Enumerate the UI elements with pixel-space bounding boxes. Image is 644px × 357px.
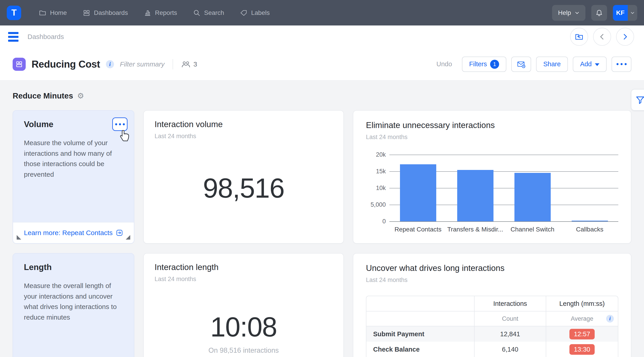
add-button[interactable]: Add: [573, 56, 606, 72]
drivers-table: Interactions Length (mm:ss) Count Averag…: [366, 296, 618, 357]
schedule-email-button[interactable]: [511, 56, 531, 72]
nav-item-label: Home: [50, 9, 67, 16]
menu-toggle-icon[interactable]: [8, 32, 18, 42]
y-tick: 15k: [376, 168, 386, 175]
metric-value: 10:08: [210, 311, 277, 343]
column-header[interactable]: Length (mm:ss): [546, 296, 618, 311]
users-icon: [181, 60, 191, 69]
metric-value: 98,516: [203, 172, 284, 204]
shared-users[interactable]: 3: [181, 60, 197, 69]
filters-button[interactable]: Filters 1: [462, 56, 506, 72]
caret-down-icon: [595, 63, 600, 66]
chevron-down-icon: [574, 10, 580, 15]
avatar: KF: [613, 5, 628, 21]
divider: [172, 59, 173, 70]
breadcrumb[interactable]: Dashboards: [28, 33, 64, 40]
bar-repeat-contacts[interactable]: [400, 164, 436, 221]
share-button[interactable]: Share: [536, 56, 568, 72]
help-button[interactable]: Help: [552, 5, 586, 21]
nav-item-labels[interactable]: Labels: [240, 9, 270, 17]
card-subtitle: Last 24 months: [154, 133, 332, 140]
resize-handle[interactable]: [17, 235, 21, 240]
nav-item-home[interactable]: Home: [39, 9, 67, 17]
interaction-volume-card: Interaction volume Last 24 months 98,516: [143, 110, 344, 244]
bar-transfers[interactable]: [457, 170, 494, 221]
bar-chart-icon: [144, 9, 152, 17]
nav-item-label: Reports: [155, 9, 177, 16]
undo-button[interactable]: Undo: [436, 60, 452, 68]
dashboard-content: Reduce Minutes ⚙ Volume Measure the volu…: [0, 80, 644, 357]
subcolumn-header[interactable]: Count: [474, 312, 546, 326]
chevron-down-icon: [628, 5, 637, 21]
card-title: Length: [24, 262, 123, 272]
notifications-button[interactable]: [591, 5, 607, 21]
breadcrumb-bar: Dashboards: [0, 26, 644, 48]
learn-more-link[interactable]: Learn more: Repeat Contacts: [24, 229, 113, 237]
page-header-left: Reducing Cost i Filter summary 3: [12, 58, 197, 71]
card-description: Measure the volume of your interactions …: [24, 138, 123, 180]
nav-item-label: Labels: [251, 9, 270, 16]
row-name: Check Balance: [366, 342, 474, 357]
y-tick: 10k: [376, 184, 386, 192]
table-header-row: Interactions Length (mm:ss): [366, 296, 618, 312]
card-description: Measure the overall length of your inter…: [24, 280, 123, 322]
filter-summary-link[interactable]: Filter summary: [120, 60, 164, 68]
ellipsis-icon: [616, 63, 627, 65]
nav-item-label: Dashboards: [94, 9, 128, 16]
bar-callbacks[interactable]: [572, 221, 608, 221]
bar-chart: 20k 15k 10k 5,000 0: [366, 154, 618, 221]
user-menu[interactable]: KF: [613, 5, 637, 21]
more-options-button[interactable]: [612, 56, 632, 72]
y-tick: 0: [382, 218, 386, 225]
table-row[interactable]: Submit Payment 12,841 12:57: [366, 326, 618, 342]
card-title: Eliminate unnecessary interactions: [366, 120, 618, 130]
x-label: Transfers & Misdir...: [446, 226, 504, 233]
forward-button[interactable]: [616, 28, 634, 46]
interaction-length-card: Interaction length Last 24 months 10:08 …: [143, 253, 344, 357]
metric-footnote: On 98,516 interactions: [144, 346, 344, 354]
info-icon[interactable]: i: [606, 315, 614, 322]
info-icon[interactable]: i: [106, 60, 114, 68]
chart-plot-area: [389, 154, 618, 221]
search-icon: [193, 9, 200, 17]
nav-item-search[interactable]: Search: [193, 9, 224, 17]
card-title: Interaction volume: [154, 120, 332, 129]
column-header[interactable]: Interactions: [474, 296, 546, 311]
shared-count: 3: [193, 60, 197, 68]
app-logo[interactable]: T: [7, 6, 21, 20]
resize-handle[interactable]: [126, 235, 130, 240]
bars: [389, 154, 618, 221]
bar-channel-switch[interactable]: [514, 173, 551, 221]
page-header-actions: Undo Filters 1 Share Add: [436, 56, 632, 72]
move-to-folder-button[interactable]: [570, 28, 588, 46]
x-label: Callbacks: [561, 226, 618, 233]
axis-baseline: [389, 221, 618, 222]
cards-grid: Volume Measure the volume of your intera…: [12, 110, 632, 357]
folder-back-icon: [574, 32, 584, 41]
card-subtitle: Last 24 months: [154, 276, 332, 282]
chart-y-axis: 20k 15k 10k 5,000 0: [366, 154, 389, 221]
card-subtitle: Last 24 months: [366, 134, 618, 141]
card-title: Uncover what drives long interactions: [366, 264, 618, 273]
back-button[interactable]: [593, 28, 611, 46]
chart-x-axis: Repeat Contacts Transfers & Misdir... Ch…: [389, 221, 618, 233]
help-label: Help: [558, 9, 571, 16]
section-title: Reduce Minutes: [12, 91, 73, 100]
duration-badge: 13:30: [570, 344, 595, 355]
nav-item-dashboards[interactable]: Dashboards: [83, 9, 128, 17]
filters-count-badge: 1: [490, 60, 499, 69]
nav-item-reports[interactable]: Reports: [144, 9, 177, 17]
subcolumn-header[interactable]: Average i: [546, 312, 618, 326]
share-label: Share: [543, 60, 561, 68]
nav-item-label: Search: [204, 9, 224, 16]
table-row[interactable]: Check Balance 6,140 13:30: [366, 342, 618, 357]
duration-badge: 12:57: [570, 329, 595, 340]
edge-filter-button[interactable]: [631, 89, 644, 111]
y-tick: 5,000: [370, 201, 386, 208]
add-label: Add: [580, 60, 592, 68]
gear-icon[interactable]: ⚙: [77, 91, 84, 100]
x-label: Repeat Contacts: [389, 226, 446, 233]
card-footer: Learn more: Repeat Contacts: [13, 222, 134, 243]
funnel-icon: [636, 95, 644, 104]
row-count: 12,841: [474, 326, 546, 342]
